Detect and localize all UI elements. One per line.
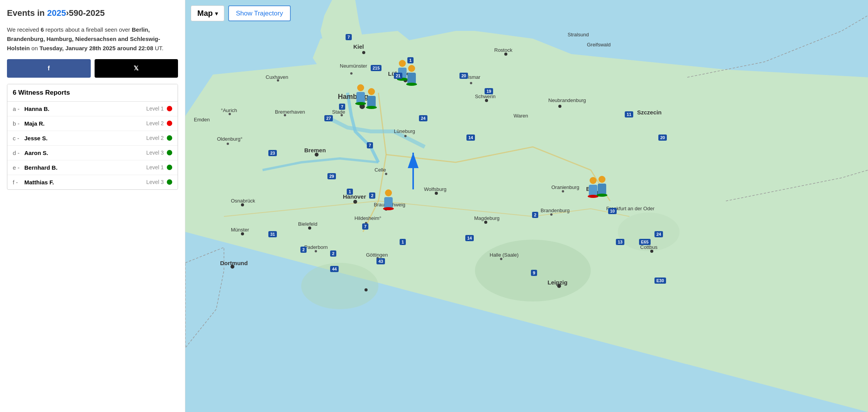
left-panel: Events in 2025›590-2025 We received 6 re…: [0, 0, 185, 412]
event-title: Events in 2025›590-2025: [7, 8, 178, 19]
svg-point-31: [315, 250, 317, 252]
witness-row[interactable]: c - Jesse S. Level 2: [7, 131, 178, 146]
svg-point-8: [470, 82, 472, 84]
witness-level: Level 2: [146, 135, 164, 141]
year-link[interactable]: 2025: [47, 8, 66, 18]
svg-point-26: [384, 207, 388, 211]
witness-letter: d -: [13, 150, 24, 156]
svg-point-24: [353, 200, 357, 204]
witness-level: Level 1: [146, 164, 164, 170]
svg-point-18: [315, 153, 319, 157]
witness-level: Level 3: [146, 150, 164, 156]
level-dot: [167, 106, 172, 111]
facebook-button[interactable]: f: [7, 59, 91, 78]
social-buttons: f 𝕏: [7, 59, 178, 78]
witness-level: Level 2: [146, 120, 164, 126]
svg-point-3: [618, 213, 680, 251]
svg-point-29: [365, 222, 367, 224]
svg-point-5: [350, 72, 353, 75]
svg-point-27: [484, 221, 487, 224]
witness-letter: b -: [13, 120, 24, 127]
svg-point-35: [557, 284, 561, 288]
svg-point-28: [308, 226, 311, 230]
witness-list: a - Hanna B. Level 1 b - Maja R. Level 2…: [7, 102, 178, 189]
events-prefix: Events in: [7, 8, 47, 18]
witness-row[interactable]: f - Matthias F. Level 3: [7, 175, 178, 189]
twitter-icon: 𝕏: [134, 65, 139, 72]
svg-point-9: [485, 99, 488, 102]
level-dot: [167, 121, 172, 126]
witness-title: 6 Witness Reports: [7, 84, 178, 102]
witness-row[interactable]: e - Bernhard B. Level 1: [7, 160, 178, 175]
map-label: Map: [197, 9, 213, 18]
map-controls: Map ▾ Show Trajectory: [191, 5, 291, 21]
witness-letter: e -: [13, 164, 24, 171]
level-dot: [167, 150, 172, 155]
witness-level: Level 1: [146, 106, 164, 112]
witness-row[interactable]: b - Maja R. Level 2: [7, 116, 178, 131]
svg-point-21: [562, 190, 564, 192]
witness-name: Bernhard B.: [24, 164, 146, 171]
witness-row[interactable]: d - Aaron S. Level 3: [7, 146, 178, 160]
witness-letter: f -: [13, 179, 24, 186]
svg-point-36: [650, 250, 653, 253]
witness-row[interactable]: a - Hanna B. Level 1: [7, 102, 178, 116]
level-dot: [167, 165, 172, 170]
map-panel: Map ▾ Show Trajectory Hamburg Lübeck Kie…: [185, 0, 868, 412]
event-id: 590-2025: [69, 8, 105, 18]
svg-point-23: [550, 213, 553, 216]
svg-point-7: [403, 78, 407, 82]
svg-point-1: [475, 240, 591, 301]
facebook-icon: f: [48, 65, 50, 72]
svg-point-17: [284, 114, 286, 116]
witness-section: 6 Witness Reports a - Hanna B. Level 1 b…: [7, 84, 178, 190]
svg-point-6: [504, 53, 507, 56]
map-background: [185, 0, 868, 412]
svg-point-37: [364, 288, 368, 291]
dropdown-arrow-icon: ▾: [215, 10, 218, 17]
svg-point-13: [277, 79, 279, 82]
witness-letter: a -: [13, 106, 24, 112]
level-dot: [167, 135, 172, 141]
svg-point-12: [341, 114, 343, 116]
svg-point-10: [558, 105, 561, 108]
svg-point-11: [359, 104, 365, 109]
svg-point-34: [500, 258, 502, 260]
svg-point-19: [385, 173, 387, 175]
witness-name: Maja R.: [24, 120, 146, 127]
report-count: 6: [41, 26, 44, 33]
svg-point-22: [595, 191, 600, 196]
svg-point-30: [241, 232, 244, 235]
twitter-button[interactable]: 𝕏: [95, 59, 178, 78]
svg-point-20: [435, 192, 438, 195]
svg-point-2: [301, 263, 378, 309]
svg-point-32: [231, 265, 234, 269]
witness-letter: c -: [13, 135, 24, 141]
svg-point-33: [376, 257, 379, 259]
witness-name: Hanna B.: [24, 106, 146, 112]
show-trajectory-button[interactable]: Show Trajectory: [228, 5, 291, 21]
svg-point-16: [227, 143, 229, 145]
event-description: We received 6 reports about a fireball s…: [7, 25, 178, 53]
map-dropdown[interactable]: Map ▾: [191, 5, 224, 21]
level-dot: [167, 179, 172, 185]
svg-point-14: [229, 113, 231, 115]
svg-point-4: [362, 51, 365, 54]
svg-point-15: [404, 135, 407, 137]
witness-level: Level 3: [146, 179, 164, 185]
witness-name: Aaron S.: [24, 150, 146, 156]
witness-name: Matthias F.: [24, 179, 146, 186]
svg-point-25: [241, 203, 244, 206]
witness-name: Jesse S.: [24, 135, 146, 141]
event-date: Tuesday, January 28th 2025 around 22:08: [39, 45, 153, 51]
